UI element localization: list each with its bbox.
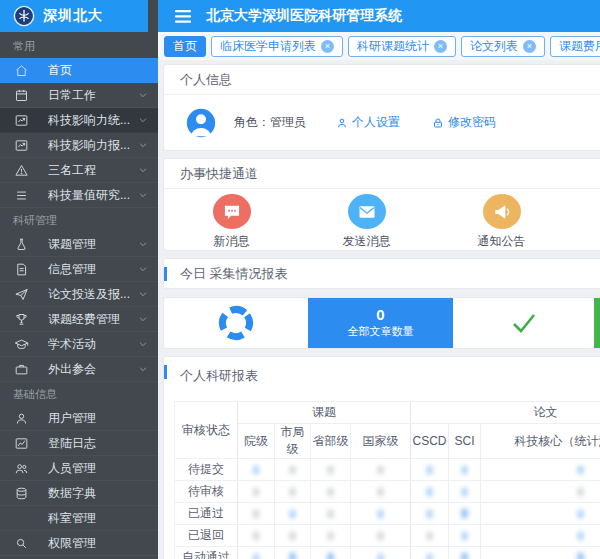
personal-settings-link[interactable]: 个人设置 [336,114,400,131]
sidebar-item-label: 信息管理 [48,261,138,278]
today-report-title: 今日 采集情况报表 [164,259,600,289]
sidebar-item[interactable]: 权限管理 [0,531,158,556]
sidebar-item[interactable]: 课题经费管理 [0,307,158,332]
quick-channel-item[interactable]: 通知公告 [434,194,569,250]
tab[interactable]: 论文列表× [461,36,545,57]
close-icon[interactable]: × [321,40,334,53]
tab[interactable]: 临床医学申请列表× [211,36,343,57]
sidebar-section-label: 基础信息 [0,382,158,406]
table-body: 待提交0000000待审核0000000已通过0000000已退回0000000… [175,459,600,559]
warning-icon [13,163,29,178]
sidebar-item[interactable]: 用户管理 [0,406,158,431]
today-widgets: 0 全部文章数量 [163,297,600,349]
table-row: 待提交0000000 [175,459,600,481]
table-cell-blurred: 0 [449,525,481,547]
table-cell-blurred: 0 [481,459,600,481]
table-cell-blurred: 0 [275,481,311,503]
sidebar-item[interactable]: 三名工程 [0,158,158,183]
table-cell-blurred: 0 [311,481,351,503]
table-column-header: 国家级 [351,424,411,459]
sidebar-item[interactable]: 人员管理 [0,456,158,481]
grad-cap-icon [13,337,29,352]
tab[interactable]: 科研课题统计× [348,36,456,57]
sidebar-item[interactable]: 科技影响力统... [0,108,158,133]
table-cell-blurred: 0 [411,459,449,481]
sidebar-item[interactable]: 信息管理 [0,257,158,282]
row-label: 已退回 [175,525,238,547]
sidebar-menu: 常用首页日常工作科技影响力统...科技影响力报...三名工程科技量值研究...科… [0,34,158,556]
chevron-down-icon [138,264,148,274]
row-label: 已通过 [175,503,238,525]
quick-channel-label: 通知公告 [478,233,526,250]
table-cell-blurred: 0 [275,459,311,481]
chat-circle [213,194,251,229]
sidebar-item[interactable]: 首页 [0,58,158,83]
research-report-table-wrap: 审核状态课题论文院级市局级省部级国家级CSCDSCI科技核心（统计源）期刊 待提… [164,391,600,559]
widget-total-articles[interactable]: 0 全部文章数量 [308,298,453,348]
list-icon [13,188,29,203]
table-cell-blurred: 0 [411,503,449,525]
lock-icon [432,117,444,129]
home-icon [13,63,29,78]
sidebar-item-label: 外出参会 [48,361,138,378]
top-bar: 深圳北大 北京大学深圳医院科研管理系统 [0,0,600,32]
sidebar-item[interactable]: 日常工作 [0,83,158,108]
research-report-card: 个人科研报表 审核状态课题论文院级市局级省部级国家级CSCDSCI科技核心（统计… [163,356,600,559]
tab[interactable]: 首页 [164,36,206,57]
sidebar-item[interactable]: 数据字典 [0,481,158,506]
table-row: 已通过0000000 [175,503,600,525]
table-cell-blurred: 0 [238,547,275,559]
close-icon[interactable]: × [434,40,447,53]
megaphone-icon [492,202,512,222]
table-column-header: CSCD [411,424,449,459]
sidebar-item[interactable]: 科室管理 [0,506,158,531]
sidebar-item[interactable]: 登陆日志 [0,431,158,456]
sidebar-item-label: 课题经费管理 [48,311,138,328]
quick-channel-item[interactable]: 发送消息 [299,194,434,250]
tab[interactable]: 课题费用报表× [550,36,600,57]
table-cell-blurred: 0 [238,459,275,481]
quick-channels-body: 新消息发送消息通知公告 [164,189,600,250]
personal-info-body: 角色：管理员 个人设置 修改密码 [164,95,600,150]
chart-icon [13,113,29,128]
sidebar-item-label: 登陆日志 [48,435,148,452]
stat-value: 0 [376,307,384,323]
tab-label: 课题费用报表 [559,38,600,55]
magnifier-icon [13,536,29,551]
table-cell-blurred: 0 [449,547,481,559]
avatar [186,108,216,138]
quick-channel-item[interactable]: 新消息 [164,194,299,250]
tab-label: 首页 [173,38,197,55]
sidebar-item[interactable]: 科技影响力报... [0,133,158,158]
table-head: 审核状态课题论文院级市局级省部级国家级CSCDSCI科技核心（统计源）期刊 [175,402,600,459]
mail-icon [357,202,377,222]
close-icon[interactable]: × [523,40,536,53]
sidebar-item[interactable]: 课题管理 [0,232,158,257]
row-label: 待审核 [175,481,238,503]
research-report-title: 个人科研报表 [164,357,600,391]
today-report-card: 今日 采集情况报表 [163,258,600,289]
sidebar-item[interactable]: 学术活动 [0,332,158,357]
table-cell-blurred: 0 [351,503,411,525]
sidebar-item[interactable]: 论文投送及报... [0,282,158,307]
sidebar-item[interactable]: 科技量值研究... [0,183,158,208]
menu-toggle-icon[interactable] [175,10,191,23]
mail-circle [348,194,386,229]
user-icon [13,411,29,426]
table-cell-blurred: 0 [449,459,481,481]
change-password-link[interactable]: 修改密码 [432,114,496,131]
sidebar-item-label: 三名工程 [48,162,138,179]
table-cell-blurred: 0 [411,547,449,559]
chevron-down-icon [138,289,148,299]
table-cell-blurred: 0 [481,503,600,525]
chevron-down-icon [138,165,148,175]
table-cell-blurred: 0 [238,503,275,525]
flask-icon [13,237,29,252]
trophy-icon [13,312,29,327]
briefcase-icon [13,362,29,377]
paper-plane-icon [13,287,29,302]
table-cell-blurred: 0 [351,459,411,481]
sidebar-item[interactable]: 外出参会 [0,357,158,382]
table-cell-blurred: 0 [351,481,411,503]
chevron-down-icon [138,90,148,100]
